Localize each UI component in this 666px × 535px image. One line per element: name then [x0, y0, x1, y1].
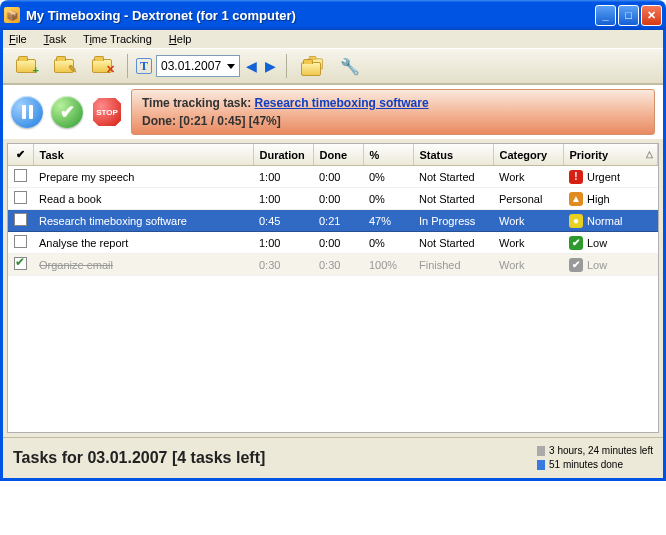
task-table: ✔ Task Duration Done % Status Category P… [8, 144, 658, 276]
task-priority: ▲High [569, 192, 610, 206]
task-done: 0:00 [313, 166, 363, 188]
table-row[interactable]: Analyse the report1:000:000%Not StartedW… [8, 232, 658, 254]
task-status: Not Started [413, 166, 493, 188]
tracking-banner: Time tracking task: Research timeboxing … [131, 89, 655, 135]
task-status: Not Started [413, 188, 493, 210]
task-percent: 0% [363, 166, 413, 188]
progress-done-icon [537, 460, 545, 470]
col-task[interactable]: Task [33, 144, 253, 166]
tracking-bar: ✔ STOP Time tracking task: Research time… [3, 84, 663, 139]
task-priority: ●Normal [569, 214, 622, 228]
chevron-down-icon [227, 64, 235, 69]
priority-icon: ● [569, 214, 583, 228]
statusbar: Tasks for 03.01.2007 [4 tasks left] 3 ho… [3, 437, 663, 478]
separator [127, 54, 128, 78]
row-checkbox[interactable] [14, 191, 27, 204]
task-duration: 1:00 [253, 232, 313, 254]
menu-file[interactable]: File [9, 33, 27, 45]
task-percent: 0% [363, 188, 413, 210]
close-button[interactable]: ✕ [641, 5, 662, 26]
progress-remaining-icon [537, 446, 545, 456]
task-priority: !Urgent [569, 170, 620, 184]
date-picker[interactable]: 03.01.2007 [156, 55, 240, 77]
col-done[interactable]: Done [313, 144, 363, 166]
row-checkbox[interactable] [14, 235, 27, 248]
prev-day-button[interactable]: ◀ [244, 58, 259, 74]
window-title: My Timeboxing - Dextronet (for 1 compute… [26, 8, 593, 23]
task-priority: ✔Low [569, 236, 607, 250]
titlebar: 📦 My Timeboxing - Dextronet (for 1 compu… [0, 0, 666, 30]
menu-time-tracking[interactable]: Time Tracking [83, 33, 152, 45]
task-duration: 1:00 [253, 166, 313, 188]
pause-button[interactable] [11, 96, 43, 128]
new-task-button[interactable]: + [9, 53, 43, 79]
status-details: 3 hours, 24 minutes left 51 minutes done [537, 444, 653, 472]
minimize-button[interactable]: _ [595, 5, 616, 26]
table-row[interactable]: Organize email0:300:30100%FinishedWork✔L… [8, 254, 658, 276]
separator [286, 54, 287, 78]
edit-task-button[interactable]: ✎ [47, 53, 81, 79]
tracking-label: Time tracking task: [142, 96, 251, 110]
task-category: Work [493, 210, 563, 232]
task-category: Work [493, 254, 563, 276]
col-duration[interactable]: Duration [253, 144, 313, 166]
task-done: 0:00 [313, 188, 363, 210]
status-summary: Tasks for 03.01.2007 [4 tasks left] [13, 449, 537, 467]
options-button[interactable]: 🔧 [333, 53, 367, 79]
next-day-button[interactable]: ▶ [263, 58, 278, 74]
task-duration: 1:00 [253, 188, 313, 210]
task-table-wrap: ✔ Task Duration Done % Status Category P… [7, 143, 659, 433]
task-duration: 0:30 [253, 254, 313, 276]
task-name: Research timeboxing software [39, 215, 187, 227]
col-percent[interactable]: % [363, 144, 413, 166]
task-done: 0:00 [313, 232, 363, 254]
maximize-button[interactable]: □ [618, 5, 639, 26]
row-checkbox[interactable] [14, 257, 27, 270]
task-status: Not Started [413, 232, 493, 254]
priority-icon: ✔ [569, 258, 583, 272]
status-remaining: 3 hours, 24 minutes left [549, 445, 653, 456]
menu-help[interactable]: Help [169, 33, 192, 45]
task-done: 0:21 [313, 210, 363, 232]
task-percent: 0% [363, 232, 413, 254]
col-category[interactable]: Category [493, 144, 563, 166]
tracking-done-label: Done: [142, 114, 176, 128]
table-row[interactable]: Research timeboxing software0:450:2147%I… [8, 210, 658, 232]
task-category: Work [493, 166, 563, 188]
task-name: Analyse the report [39, 237, 128, 249]
priority-icon: ✔ [569, 236, 583, 250]
tracking-done-value: [0:21 / 0:45] [47%] [179, 114, 280, 128]
today-button[interactable]: T [136, 58, 152, 74]
tracking-task-link[interactable]: Research timeboxing software [255, 96, 429, 110]
toolbar: + ✎ ✕ T 03.01.2007 ◀ ▶ 🔧 [3, 48, 663, 84]
task-category: Work [493, 232, 563, 254]
task-name: Read a book [39, 193, 101, 205]
menubar: File Task Time Tracking Help [3, 30, 663, 48]
row-checkbox[interactable] [14, 169, 27, 182]
priority-icon: ▲ [569, 192, 583, 206]
status-done: 51 minutes done [549, 459, 623, 470]
menu-task[interactable]: Task [44, 33, 67, 45]
task-name: Organize email [39, 259, 113, 271]
task-status: Finished [413, 254, 493, 276]
task-percent: 100% [363, 254, 413, 276]
date-value: 03.01.2007 [161, 59, 221, 73]
task-category: Personal [493, 188, 563, 210]
table-row[interactable]: Read a book1:000:000%Not StartedPersonal… [8, 188, 658, 210]
col-status[interactable]: Status [413, 144, 493, 166]
row-checkbox[interactable] [14, 213, 27, 226]
delete-task-button[interactable]: ✕ [85, 53, 119, 79]
task-duration: 0:45 [253, 210, 313, 232]
priority-icon: ! [569, 170, 583, 184]
wrench-icon: 🔧 [340, 57, 360, 76]
table-row[interactable]: Prepare my speech1:000:000%Not StartedWo… [8, 166, 658, 188]
col-check[interactable]: ✔ [8, 144, 33, 166]
complete-button[interactable]: ✔ [51, 96, 83, 128]
col-priority[interactable]: Priority△ [563, 144, 658, 166]
sort-icon: △ [646, 149, 653, 159]
task-status: In Progress [413, 210, 493, 232]
task-name: Prepare my speech [39, 171, 134, 183]
task-priority: ✔Low [569, 258, 607, 272]
stop-button[interactable]: STOP [91, 96, 123, 128]
categories-button[interactable] [295, 53, 329, 79]
